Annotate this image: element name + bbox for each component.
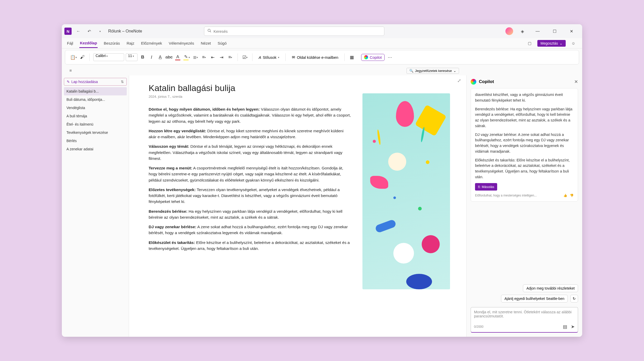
copilot-input[interactable]: Mondja el, mit szeretne tenni. Ötletekér… <box>471 307 578 333</box>
copy-button[interactable]: ⎘Másolás <box>475 183 497 191</box>
app-icon: N <box>64 28 72 35</box>
reading-view-icon[interactable]: ▢ <box>526 39 534 47</box>
page-item[interactable]: Bérlés <box>64 137 127 145</box>
main-area: ✎Lap hozzáadása ⇅ Katalin ballagási b...… <box>62 75 582 337</box>
paste-button[interactable]: 📋 <box>70 54 77 61</box>
undo-button[interactable]: ↶ <box>85 27 93 35</box>
page-list: ✎Lap hozzáadása ⇅ Katalin ballagási b...… <box>62 75 129 337</box>
page-item[interactable]: A buli témája <box>64 112 127 120</box>
search-input[interactable] <box>214 29 381 34</box>
qat-customize[interactable] <box>96 27 104 35</box>
suggestion-pill[interactable]: Ajánlj egyedi bulihelyeket Seattle-ben <box>501 295 568 302</box>
svg-line-1 <box>210 31 211 32</box>
search-icon: 🔍 <box>409 69 413 73</box>
refresh-suggestions-button[interactable]: ↻ <box>570 295 578 302</box>
window-title: Rólunk – OneNote <box>108 29 142 34</box>
menu-help[interactable]: Súgó <box>217 39 227 47</box>
font-color-button[interactable]: A <box>174 54 181 61</box>
search-box[interactable] <box>204 27 384 36</box>
outdent-button[interactable]: ⇤ <box>209 54 216 61</box>
meeting-button[interactable]: ▦ <box>348 54 355 61</box>
expand-icon[interactable]: ⤢ <box>457 78 461 84</box>
send-button[interactable]: ➤ <box>571 324 575 330</box>
copilot-body: diavetítést készíthet, vagy a végzős gim… <box>467 88 582 284</box>
menu-home[interactable]: Kezdőlap <box>79 39 98 48</box>
bullets-button[interactable]: ≣ <box>192 54 199 61</box>
menu-file[interactable]: Fájl <box>66 39 74 47</box>
copilot-title: Copilot <box>479 79 494 84</box>
page-item[interactable]: Buli dátuma, időpontja... <box>64 95 127 104</box>
format-painter-button[interactable]: 🖌 <box>79 54 86 61</box>
ribbon: 📋 🖌 Calibri 11 B I A abc A ✎ ≣ ≡ ⇤ ⇥ ≡ ☑… <box>65 50 579 64</box>
indent-button[interactable]: ⇥ <box>218 54 225 61</box>
copilot-icon <box>364 55 368 59</box>
menu-view[interactable]: Nézet <box>200 39 211 47</box>
page-date: 2024. június 7., szerda <box>149 95 352 99</box>
page-content[interactable]: ⤢ Katalin ballagási bulija 2024. június … <box>129 75 466 337</box>
page-title[interactable]: Katalin ballagási bulija <box>149 83 352 93</box>
char-counter: 0/2000 <box>474 325 484 329</box>
styles-button[interactable]: AStílusok <box>256 54 282 61</box>
numbering-button[interactable]: ≡ <box>200 54 208 61</box>
menu-insert[interactable]: Beszúrás <box>103 39 121 47</box>
chevron-down-icon: ⌄ <box>560 41 563 45</box>
underline-button[interactable]: A <box>157 54 164 61</box>
page-item[interactable]: Katalin ballagási b... <box>64 87 127 95</box>
add-page-button[interactable]: ✎Lap hozzáadása ⇅ <box>64 78 127 86</box>
font-size-combo[interactable]: 11 <box>126 53 138 61</box>
copy-icon: ⎘ <box>478 184 480 190</box>
svg-point-0 <box>208 29 210 31</box>
page-item[interactable]: Tevékenységek tervezése <box>64 128 127 137</box>
menu-history[interactable]: Előzmények <box>140 39 163 47</box>
titlebar: N ← ↶ Rólunk – OneNote ◈ — ☐ ✕ <box>62 24 582 38</box>
page-item[interactable]: Étel- és italmenü <box>64 120 127 128</box>
tags-button[interactable]: ☑ <box>241 54 249 61</box>
copilot-close-button[interactable]: ✕ <box>574 79 578 85</box>
mail-icon: ✉ <box>292 55 295 60</box>
subbar: ≡ 🔍 Jegyzetfüzetek keresése ⌄ <box>62 66 582 75</box>
copilot-icon <box>471 79 476 85</box>
maximize-button[interactable]: ☐ <box>549 27 561 35</box>
nav-toggle-icon[interactable]: ≡ <box>66 67 75 75</box>
party-image <box>362 93 450 289</box>
chevron-down-icon: ⌄ <box>453 69 456 73</box>
page-item[interactable]: A zenekar adatai <box>64 145 127 153</box>
menu-draw[interactable]: Rajz <box>126 39 135 47</box>
comments-icon[interactable]: ☺ <box>569 39 578 47</box>
copilot-message: diavetítést készíthet, vagy a végzős gim… <box>471 88 578 202</box>
close-button[interactable]: ✕ <box>566 27 578 35</box>
copilot-ribbon-button[interactable]: Copilot <box>361 54 385 61</box>
prompt-guide-icon[interactable]: ▤ <box>563 324 567 330</box>
share-button[interactable]: Megosztás⌄ <box>537 40 566 47</box>
sort-icon[interactable]: ⇅ <box>121 80 124 84</box>
page-item[interactable]: Vendéglista <box>64 104 127 112</box>
thumbs-down-button[interactable]: 👎 <box>570 193 574 198</box>
thumbs-up-button[interactable]: 👍 <box>563 193 567 198</box>
more-button[interactable]: ⋯ <box>386 54 393 61</box>
minimize-button[interactable]: — <box>532 27 544 35</box>
search-icon <box>207 29 211 34</box>
edit-icon: ✎ <box>67 80 70 84</box>
back-button[interactable]: ← <box>74 27 82 35</box>
suggestion-pill[interactable]: Adjon meg további részleteket <box>523 284 578 292</box>
page-body[interactable]: Döntse el, hogy milyen dátumon, időben é… <box>149 106 352 251</box>
menu-review[interactable]: Véleményezés <box>168 39 194 47</box>
bold-button[interactable]: B <box>139 54 146 61</box>
user-avatar[interactable] <box>505 27 513 35</box>
email-page-button[interactable]: ✉Oldal küldése e-mailben <box>289 54 341 61</box>
copilot-input-placeholder: Mondja el, mit szeretne tenni. Ötletekér… <box>474 310 575 322</box>
diamond-icon[interactable]: ◈ <box>518 27 527 35</box>
copilot-suggestions: Adjon meg további részleteket Ajánlj egy… <box>467 284 582 306</box>
notebook-search[interactable]: 🔍 Jegyzetfüzetek keresése ⌄ <box>406 68 459 74</box>
strike-button[interactable]: abc <box>165 54 173 61</box>
ai-disclaimer: Előfordulhat, hogy a mesterséges intelli… <box>475 193 537 198</box>
menubar: Fájl Kezdőlap Beszúrás Rajz Előzmények V… <box>62 38 582 48</box>
italic-button[interactable]: I <box>148 54 155 61</box>
align-button[interactable]: ≡ <box>227 54 234 61</box>
highlight-button[interactable]: ✎ <box>183 54 190 61</box>
app-window: N ← ↶ Rólunk – OneNote ◈ — ☐ ✕ Fájl Kezd… <box>62 24 582 337</box>
copilot-header: Copilot ✕ <box>467 75 582 88</box>
copilot-pane: Copilot ✕ diavetítést készíthet, vagy a … <box>466 75 582 337</box>
font-name-combo[interactable]: Calibri <box>93 53 124 61</box>
